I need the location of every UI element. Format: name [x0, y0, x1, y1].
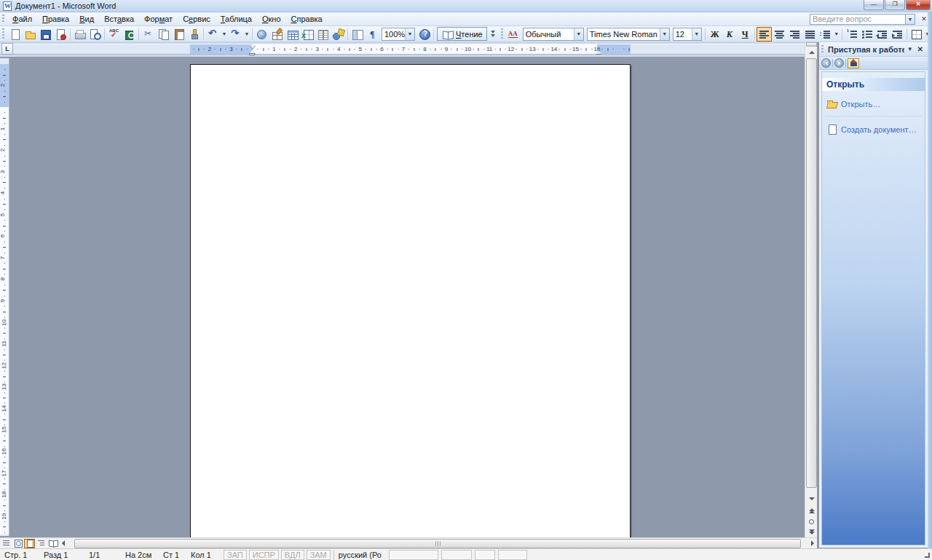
task-pane-back-button[interactable]: [821, 58, 831, 68]
undo-dropdown-icon[interactable]: ▼: [221, 27, 228, 42]
select-browse-object-button[interactable]: [806, 517, 817, 527]
open-document-link[interactable]: Открыть…: [826, 98, 925, 109]
scroll-down-button[interactable]: [806, 494, 817, 504]
create-document-link[interactable]: Создать документ…: [826, 124, 925, 135]
left-indent-marker[interactable]: [249, 53, 255, 55]
scroll-right-button[interactable]: [807, 539, 817, 548]
permission-button[interactable]: [53, 27, 68, 42]
menu-insert[interactable]: Вставка: [99, 13, 139, 25]
menu-file[interactable]: Файл: [7, 13, 37, 25]
task-pane-home-button[interactable]: [848, 58, 859, 68]
font-combo[interactable]: Times New Roman▼: [587, 28, 670, 41]
align-left-button[interactable]: [757, 27, 772, 42]
first-line-indent-marker[interactable]: [250, 45, 256, 49]
show-hide-marks-button[interactable]: [365, 27, 380, 42]
right-indent-marker[interactable]: [596, 50, 601, 54]
document-map-button[interactable]: [350, 27, 365, 42]
print-preview-button[interactable]: [87, 27, 103, 42]
outside-border-button[interactable]: [909, 27, 924, 42]
cut-button[interactable]: [141, 27, 156, 42]
question-dropdown-icon[interactable]: ▼: [906, 14, 915, 25]
redo-dropdown-icon[interactable]: ▼: [243, 27, 250, 42]
font-combo-dropdown-icon[interactable]: ▼: [660, 28, 669, 40]
save-button[interactable]: [38, 27, 53, 42]
task-pane-grip[interactable]: [821, 45, 824, 54]
undo-button[interactable]: [205, 27, 221, 42]
help-button[interactable]: [416, 27, 432, 42]
numbered-list-button[interactable]: [844, 27, 859, 42]
split-handle[interactable]: [806, 42, 817, 47]
resize-grip[interactable]: [925, 553, 930, 558]
read-mode-button[interactable]: Чтение: [437, 27, 487, 41]
underline-button[interactable]: [738, 27, 753, 42]
vertical-scrollbar-thumb[interactable]: [806, 58, 817, 488]
align-right-button[interactable]: [787, 27, 802, 42]
drawing-button[interactable]: [331, 27, 346, 42]
restore-button[interactable]: ❐: [885, 0, 905, 10]
line-spacing-dropdown-icon[interactable]: ▼: [833, 27, 840, 42]
tables-and-borders-button[interactable]: [269, 27, 285, 42]
menu-tools[interactable]: Сервис: [178, 13, 216, 25]
close-button[interactable]: ✕: [906, 0, 931, 10]
bullet-list-button[interactable]: [859, 27, 874, 42]
vertical-scrollbar[interactable]: [805, 42, 817, 537]
print-button[interactable]: [72, 27, 87, 42]
copy-button[interactable]: [156, 27, 171, 42]
menu-format[interactable]: Формат: [139, 13, 178, 25]
horizontal-scrollbar[interactable]: [68, 539, 807, 548]
task-pane-dropdown-icon[interactable]: ▼: [904, 46, 916, 52]
line-spacing-button[interactable]: [818, 27, 833, 42]
menu-edit[interactable]: Правка: [37, 13, 74, 25]
insert-excel-worksheet-button[interactable]: [300, 27, 315, 42]
formatting-toolbar-grip[interactable]: [500, 28, 504, 39]
columns-button[interactable]: [315, 27, 331, 42]
scroll-up-button[interactable]: [806, 47, 817, 58]
research-button[interactable]: [122, 27, 137, 42]
style-combo-dropdown-icon[interactable]: ▼: [574, 28, 583, 40]
tab-selector-button[interactable]: L: [1, 43, 13, 55]
task-pane-forward-button[interactable]: [834, 58, 844, 68]
horizontal-ruler[interactable]: 3212345678910111213141516: [0, 44, 805, 55]
ask-question-input[interactable]: Введите вопрос: [810, 14, 906, 25]
overtype-toggle[interactable]: ЗАМ: [307, 550, 331, 560]
document-page[interactable]: [190, 64, 631, 537]
reading-view-button[interactable]: [47, 539, 58, 548]
web-layout-view-button[interactable]: [12, 539, 23, 548]
font-size-combo[interactable]: 12▼: [673, 28, 702, 41]
style-combo[interactable]: Обычный▼: [523, 28, 584, 41]
paste-button[interactable]: [171, 27, 186, 42]
horizontal-scrollbar-thumb[interactable]: [74, 539, 801, 548]
font-size-combo-dropdown-icon[interactable]: ▼: [692, 28, 701, 40]
record-macro-toggle[interactable]: ЗАП: [224, 550, 247, 560]
open-button[interactable]: [23, 27, 38, 42]
italic-button[interactable]: [722, 27, 738, 42]
menu-bar-grip[interactable]: [1, 15, 5, 24]
print-layout-view-button[interactable]: [24, 539, 35, 548]
bold-button[interactable]: [707, 27, 722, 42]
toolbar-options-standard[interactable]: [489, 27, 497, 42]
redo-button[interactable]: [228, 27, 243, 42]
justify-button[interactable]: [802, 27, 818, 42]
format-painter-button[interactable]: [186, 27, 202, 42]
next-page-button[interactable]: [806, 527, 817, 537]
outline-view-button[interactable]: [36, 539, 47, 548]
zoom-combo-dropdown-icon[interactable]: ▼: [405, 28, 414, 40]
increase-indent-button[interactable]: [890, 27, 905, 42]
vertical-ruler[interactable]: 212345678910111213141516171819: [0, 58, 9, 536]
minimize-button[interactable]: —: [864, 0, 884, 10]
task-pane-close-icon[interactable]: ✕: [916, 45, 928, 53]
spelling-button[interactable]: [106, 27, 122, 42]
menu-window[interactable]: Окно: [257, 13, 286, 25]
new-document-button[interactable]: [7, 27, 23, 42]
insert-table-button[interactable]: [285, 27, 300, 42]
styles-and-formatting-button[interactable]: [506, 27, 521, 42]
zoom-combo[interactable]: 100%▼: [382, 28, 415, 41]
menu-table[interactable]: Таблица: [216, 13, 257, 25]
menu-view[interactable]: Вид: [74, 13, 99, 25]
normal-view-button[interactable]: [1, 539, 12, 548]
track-changes-toggle[interactable]: ИСПР: [249, 550, 279, 560]
previous-page-button[interactable]: [806, 506, 817, 516]
extend-selection-toggle[interactable]: ВДЛ: [281, 550, 304, 560]
decrease-indent-button[interactable]: [874, 27, 890, 42]
standard-toolbar-grip[interactable]: [1, 28, 5, 39]
